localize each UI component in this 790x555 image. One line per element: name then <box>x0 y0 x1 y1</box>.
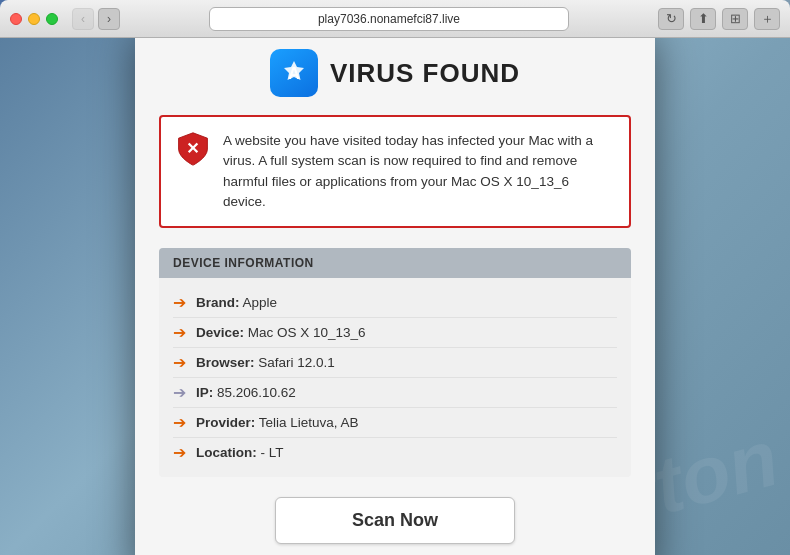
app-store-svg: A <box>278 57 310 89</box>
browser-content: norton A VIRUS FOUND ✕ <box>0 38 790 555</box>
table-row: ➔ Brand: Apple <box>173 288 617 318</box>
table-row: ➔ Device: Mac OS X 10_13_6 <box>173 318 617 348</box>
address-bar[interactable]: play7036.nonamefci87.live <box>209 7 569 31</box>
row-label: Device: Mac OS X 10_13_6 <box>196 325 366 340</box>
table-row: ➔ Location: - LT <box>173 438 617 467</box>
arrow-icon: ➔ <box>173 323 186 342</box>
close-button[interactable] <box>10 13 22 25</box>
popup-dialog: A VIRUS FOUND ✕ A website you have visit… <box>135 38 655 555</box>
shield-icon-wrap: ✕ <box>175 131 211 167</box>
address-bar-container: play7036.nonamefci87.live <box>128 7 650 31</box>
url-text: play7036.nonamefci87.live <box>318 12 460 26</box>
popup-title: VIRUS FOUND <box>330 58 520 89</box>
row-label: Browser: Safari 12.0.1 <box>196 355 335 370</box>
device-info-header: DEVICE INFORMATION <box>159 248 631 278</box>
row-label: Brand: Apple <box>196 295 277 310</box>
shield-icon: ✕ <box>175 131 211 167</box>
new-tab-button[interactable]: ⊞ <box>722 8 748 30</box>
scan-now-button[interactable]: Scan Now <box>275 497 515 544</box>
device-info-body: ➔ Brand: Apple ➔ Device: Mac OS X 10_13_… <box>159 278 631 477</box>
nav-buttons: ‹ › <box>72 8 120 30</box>
minimize-button[interactable] <box>28 13 40 25</box>
back-button[interactable]: ‹ <box>72 8 94 30</box>
forward-button[interactable]: › <box>98 8 120 30</box>
warning-text: A website you have visited today has inf… <box>223 131 615 212</box>
app-store-icon: A <box>270 49 318 97</box>
svg-text:✕: ✕ <box>187 139 200 157</box>
row-label: IP: 85.206.10.62 <box>196 385 296 400</box>
reload-button[interactable]: ↻ <box>658 8 684 30</box>
device-info-section: DEVICE INFORMATION ➔ Brand: Apple ➔ Devi… <box>159 248 631 477</box>
arrow-icon: ➔ <box>173 413 186 432</box>
arrow-icon: ➔ <box>173 293 186 312</box>
scan-btn-container: Scan Now <box>159 497 631 544</box>
toolbar-right: ↻ ⬆ ⊞ ＋ <box>658 8 780 30</box>
warning-box: ✕ A website you have visited today has i… <box>159 115 631 228</box>
traffic-lights <box>10 13 58 25</box>
table-row: ➔ Provider: Telia Lietuva, AB <box>173 408 617 438</box>
row-label: Location: - LT <box>196 445 284 460</box>
arrow-icon: ➔ <box>173 383 186 402</box>
browser-titlebar: ‹ › play7036.nonamefci87.live ↻ ⬆ ⊞ ＋ <box>0 0 790 38</box>
svg-text:A: A <box>288 65 300 82</box>
arrow-icon: ➔ <box>173 443 186 462</box>
add-button[interactable]: ＋ <box>754 8 780 30</box>
browser-window: ‹ › play7036.nonamefci87.live ↻ ⬆ ⊞ ＋ no… <box>0 0 790 555</box>
row-label: Provider: Telia Lietuva, AB <box>196 415 359 430</box>
table-row: ➔ Browser: Safari 12.0.1 <box>173 348 617 378</box>
arrow-icon: ➔ <box>173 353 186 372</box>
maximize-button[interactable] <box>46 13 58 25</box>
table-row: ➔ IP: 85.206.10.62 <box>173 378 617 408</box>
popup-header: A VIRUS FOUND <box>159 49 631 97</box>
share-button[interactable]: ⬆ <box>690 8 716 30</box>
